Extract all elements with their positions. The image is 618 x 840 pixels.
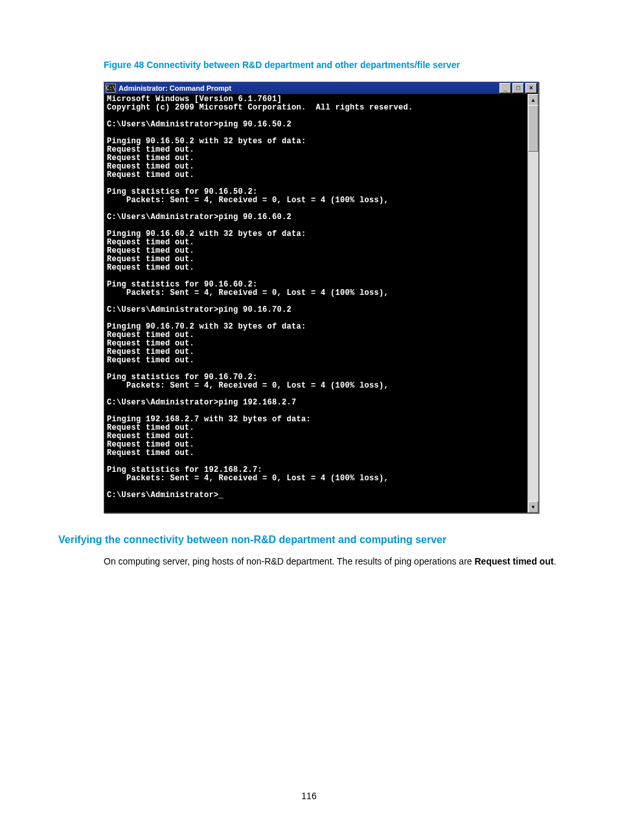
scroll-thumb[interactable]: [528, 105, 538, 152]
maximize-button[interactable]: □: [512, 83, 524, 93]
section-heading: Verifying the connectivity between non-R…: [58, 534, 565, 546]
figure-caption: Figure 48 Connectivity between R&D depar…: [104, 60, 565, 70]
scrollbar[interactable]: ▲ ▼: [527, 94, 538, 513]
body-text-pre: On computing server, ping hosts of non-R…: [104, 556, 475, 566]
body-paragraph: On computing server, ping hosts of non-R…: [104, 555, 565, 568]
scroll-up-button[interactable]: ▲: [528, 94, 538, 106]
close-button[interactable]: ×: [525, 83, 537, 93]
titlebar-text: Administrator: Command Prompt: [119, 84, 498, 92]
minimize-button[interactable]: _: [499, 83, 511, 93]
body-text-post: .: [554, 556, 556, 566]
body-text-bold: Request timed out: [475, 556, 554, 566]
titlebar: C:\ Administrator: Command Prompt _ □ ×: [104, 82, 538, 94]
page-number: 116: [0, 791, 618, 801]
console-output: Microsoft Windows [Version 6.1.7601] Cop…: [104, 94, 527, 513]
command-prompt-window: C:\ Administrator: Command Prompt _ □ × …: [104, 82, 539, 513]
scroll-down-button[interactable]: ▼: [528, 501, 538, 513]
app-icon: C:\: [106, 84, 116, 93]
